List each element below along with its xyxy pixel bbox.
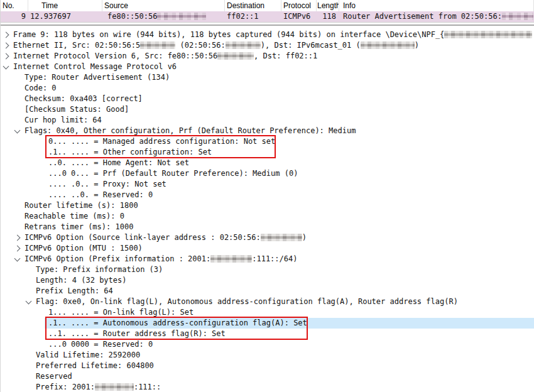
column-header-length[interactable]: Length xyxy=(317,0,339,11)
detail-row[interactable]: Prefix Length: 64 xyxy=(1,286,534,297)
redacted-blur xyxy=(361,41,415,49)
text-segment: Internet Control Message Protocol v6 xyxy=(13,62,177,71)
column-header-source[interactable]: Source xyxy=(102,0,225,11)
column-header-no[interactable]: No. xyxy=(1,0,28,11)
packet-list-header: No.TimeSourceDestinationProtocolLengthIn… xyxy=(1,0,534,11)
column-label: Time xyxy=(41,1,58,10)
detail-row-text: Ethernet II, Src: 02:50:56:5 (02:50:56:)… xyxy=(1,40,419,51)
text-segment: .... ..0. = Reserved: 0 xyxy=(48,190,153,199)
detail-row[interactable]: Type: Router Advertisement (134) xyxy=(1,72,534,83)
detail-row-text: Cur hop limit: 64 xyxy=(1,115,102,126)
detail-row[interactable]: ICMPv6 Option (MTU : 1500) xyxy=(1,243,534,254)
redacted-blur xyxy=(140,41,175,49)
text-segment: Prefix: 2001: xyxy=(36,383,95,391)
column-header-time[interactable]: Time xyxy=(28,0,102,11)
text-segment: Flags: 0x40, Other configuration, Prf (D… xyxy=(25,126,356,135)
detail-row[interactable]: ..1. .... = Router address flag(R): Set xyxy=(1,329,534,339)
text-segment: 118 xyxy=(322,12,336,21)
detail-row[interactable]: Retrans timer (ms): 1000 xyxy=(1,222,534,232)
packet-cell: ICMPv6 xyxy=(281,11,317,22)
detail-row-text: .1.. .... = Autonomous address-configura… xyxy=(1,318,307,329)
detail-row[interactable]: Code: 0 xyxy=(1,83,534,94)
detail-row[interactable]: [Checksum Status: Good] xyxy=(1,104,534,115)
text-segment: Type: Router Advertisement (134) xyxy=(25,73,170,82)
text-segment: (02:50:56: xyxy=(175,41,225,50)
detail-row[interactable]: 0... .... = Managed address configuratio… xyxy=(1,136,534,147)
detail-row[interactable]: .1.. .... = Autonomous address-configura… xyxy=(1,318,534,329)
text-segment: 0... .... = Managed address configuratio… xyxy=(48,137,275,146)
text-segment: Reserved xyxy=(36,372,72,381)
detail-row[interactable]: Router lifetime (s): 1800 xyxy=(1,200,534,211)
text-segment: ICMPv6 Option (Prefix information : 2001… xyxy=(25,254,210,263)
text-segment: :111:: xyxy=(134,383,161,391)
column-label: Length xyxy=(317,1,339,10)
detail-row[interactable]: Flags: 0x40, Other configuration, Prf (D… xyxy=(1,126,534,136)
text-segment: Ethernet II, Src: 02:50:56:5 xyxy=(13,41,140,50)
redacted-blur xyxy=(261,234,302,241)
redacted-blur xyxy=(157,13,206,20)
text-segment: Router Advertisement from 02:50:56: xyxy=(343,12,502,21)
detail-row[interactable]: Preferred Lifetime: 604800 xyxy=(1,361,534,371)
detail-row[interactable]: ICMPv6 Option (Source link-layer address… xyxy=(1,232,534,243)
detail-row-text: Router lifetime (s): 1800 xyxy=(1,200,138,211)
detail-row[interactable]: 1... .... = On-link flag(L): Set xyxy=(1,307,534,318)
detail-row[interactable]: ...0 0... = Prf (Default Router Preferen… xyxy=(1,168,534,179)
detail-row[interactable]: Checksum: 0xa403 [correct] xyxy=(1,94,534,104)
detail-row-text: Preferred Lifetime: 604800 xyxy=(1,361,154,371)
text-segment: 12.937697 xyxy=(30,12,71,21)
detail-row-text: ..0. .... = Home Agent: Not set xyxy=(1,158,189,168)
packet-row[interactable]: 912.937697fe80::50:56ff02::1ICMPv6118Rou… xyxy=(1,11,534,22)
detail-row[interactable]: .1.. .... = Other configuration: Set xyxy=(1,147,534,158)
packet-detail-pane: Frame 9: 118 bytes on wire (944 bits), 1… xyxy=(1,27,534,392)
wireshark-window: No.TimeSourceDestinationProtocolLengthIn… xyxy=(0,0,534,392)
text-segment: Length: 4 (32 bytes) xyxy=(36,276,127,285)
text-segment: Frame 9: 118 bytes on wire (944 bits), 1… xyxy=(13,30,444,39)
redacted-blur xyxy=(226,41,261,49)
detail-row-text: Internet Control Message Protocol v6 xyxy=(1,62,177,72)
text-segment: ICMPv6 Option (MTU : 1500) xyxy=(25,244,143,253)
detail-row[interactable]: Cur hop limit: 64 xyxy=(1,115,534,126)
detail-row[interactable]: ...0 0000 = Reserved: 0 xyxy=(1,339,534,350)
text-segment: ), Dst: IPv6mcast_01 ( xyxy=(261,41,361,50)
text-segment: Prefix Length: 64 xyxy=(36,286,113,295)
detail-row-text: Frame 9: 118 bytes on wire (944 bits), 1… xyxy=(1,30,532,40)
detail-row[interactable]: Length: 4 (32 bytes) xyxy=(1,275,534,286)
column-label: No. xyxy=(3,1,14,10)
column-header-destination[interactable]: Destination xyxy=(225,0,281,11)
packet-cell: fe80::50:56 xyxy=(102,11,225,22)
text-segment: ) xyxy=(415,41,419,50)
detail-row[interactable]: .... .0.. = Proxy: Not set xyxy=(1,179,534,190)
text-segment: Cur hop limit: 64 xyxy=(25,116,102,124)
column-header-info[interactable]: Info xyxy=(339,0,534,11)
redacted-blur xyxy=(444,31,532,38)
packet-cell: Router Advertisement from 02:50:56: xyxy=(339,11,534,22)
detail-row[interactable]: ..0. .... = Home Agent: Not set xyxy=(1,158,534,168)
detail-row[interactable]: Internet Control Message Protocol v6 xyxy=(1,62,534,72)
detail-row[interactable]: Prefix: 2001::111:: xyxy=(1,382,534,392)
text-segment: Code: 0 xyxy=(25,84,57,92)
text-segment: Valid Lifetime: 2592000 xyxy=(36,351,140,359)
column-header-protocol[interactable]: Protocol xyxy=(281,0,317,11)
detail-row-text: Prefix: 2001::111:: xyxy=(1,382,161,392)
detail-row-text: Type: Router Advertisement (134) xyxy=(1,72,170,83)
detail-row[interactable]: Frame 9: 118 bytes on wire (944 bits), 1… xyxy=(1,30,534,40)
detail-row[interactable]: Type: Prefix information (3) xyxy=(1,264,534,275)
detail-row[interactable]: ICMPv6 Option (Prefix information : 2001… xyxy=(1,254,534,264)
text-segment: , Dst: ff02::1 xyxy=(254,52,317,60)
detail-row[interactable]: .... ..0. = Reserved: 0 xyxy=(1,190,534,200)
detail-row-text: Retrans timer (ms): 1000 xyxy=(1,222,133,232)
pane-splitter[interactable] xyxy=(1,23,534,27)
detail-row[interactable]: Flag: 0xe0, On-link flag(L), Autonomous … xyxy=(1,297,534,307)
detail-row[interactable]: Valid Lifetime: 2592000 xyxy=(1,350,534,361)
detail-row[interactable]: Reachable time (ms): 0 xyxy=(1,211,534,222)
packet-cell: 118 xyxy=(317,11,339,22)
detail-row-text: ICMPv6 Option (MTU : 1500) xyxy=(1,243,143,254)
detail-row[interactable]: Reserved xyxy=(1,371,534,382)
detail-row[interactable]: Ethernet II, Src: 02:50:56:5 (02:50:56:)… xyxy=(1,40,534,51)
detail-row[interactable]: Internet Protocol Version 6, Src: fe80::… xyxy=(1,51,534,62)
text-segment: .1.. .... = Autonomous address-configura… xyxy=(48,318,307,327)
text-segment: Router lifetime (s): 1800 xyxy=(25,201,138,210)
detail-row-text: Prefix Length: 64 xyxy=(1,286,113,297)
text-segment: Preferred Lifetime: 604800 xyxy=(36,361,154,370)
detail-row-text: ICMPv6 Option (Source link-layer address… xyxy=(1,232,307,243)
